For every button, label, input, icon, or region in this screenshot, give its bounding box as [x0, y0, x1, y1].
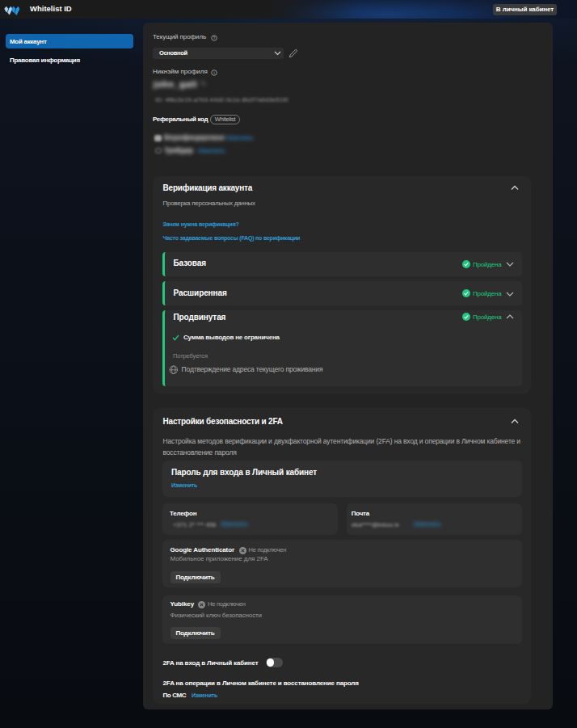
svg-text:?: ? — [213, 35, 215, 40]
svg-text:i: i — [213, 69, 214, 74]
